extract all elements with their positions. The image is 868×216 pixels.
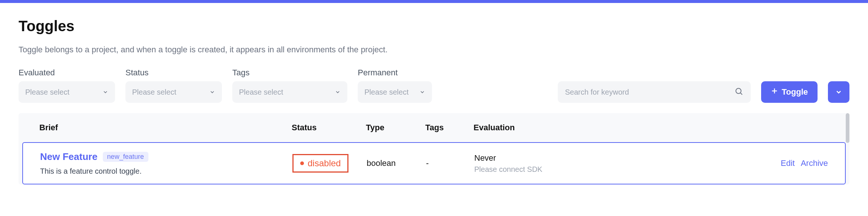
filter-bar: Evaluated Please select Status Please se… — [19, 68, 849, 103]
toggles-table: Brief Status Type Tags Evaluation New Fe… — [19, 113, 849, 184]
cell-status: disabled — [292, 154, 367, 173]
column-header-status: Status — [292, 123, 366, 132]
evaluation-subtitle: Please connect SDK — [474, 165, 704, 174]
search-input[interactable] — [565, 88, 734, 96]
filter-label-status: Status — [125, 68, 222, 78]
tags-select-placeholder: Please select — [239, 88, 283, 96]
chevron-down-icon — [102, 89, 108, 95]
chevron-down-icon — [335, 89, 341, 95]
top-accent-bar — [0, 0, 868, 3]
add-toggle-dropdown-button[interactable] — [828, 81, 849, 103]
status-badge: disabled — [292, 154, 348, 173]
chevron-down-icon — [209, 89, 215, 95]
page-container: Toggles Toggle belongs to a project, and… — [0, 3, 868, 184]
filter-label-permanent: Permanent — [358, 68, 432, 78]
evaluated-select-placeholder: Please select — [25, 88, 69, 96]
cell-evaluation: Never Please connect SDK — [474, 153, 704, 174]
permanent-select-placeholder: Please select — [364, 88, 409, 96]
edit-button[interactable]: Edit — [781, 158, 795, 168]
status-text: disabled — [308, 158, 341, 168]
cell-type: boolean — [367, 158, 426, 168]
column-header-brief: Brief — [39, 123, 292, 132]
table-row[interactable]: New Feature new_feature This is a featur… — [22, 142, 846, 184]
toggle-description: This is a feature control toggle. — [40, 167, 292, 176]
filter-group-status: Status Please select — [125, 68, 222, 103]
evaluation-title: Never — [474, 153, 704, 163]
toggle-key-badge: new_feature — [103, 152, 148, 162]
cell-actions: Edit Archive — [704, 158, 828, 168]
column-header-type: Type — [366, 123, 425, 132]
chevron-down-icon — [419, 89, 425, 95]
add-toggle-label: Toggle — [782, 87, 808, 97]
add-toggle-button[interactable]: Toggle — [761, 81, 818, 103]
search-icon — [734, 87, 743, 97]
status-select-placeholder: Please select — [132, 88, 176, 96]
search-box[interactable] — [558, 81, 751, 103]
evaluated-select[interactable]: Please select — [19, 81, 115, 103]
filter-label-evaluated: Evaluated — [19, 68, 115, 78]
plus-icon — [771, 87, 778, 97]
status-dot-icon — [300, 161, 304, 165]
column-header-eval: Evaluation — [474, 123, 704, 132]
brief-top: New Feature new_feature — [40, 151, 292, 163]
cell-tags: - — [426, 158, 474, 168]
svg-line-1 — [740, 93, 742, 95]
page-description: Toggle belongs to a project, and when a … — [19, 45, 849, 55]
page-title: Toggles — [19, 18, 849, 35]
tags-select[interactable]: Please select — [232, 81, 347, 103]
column-header-tags: Tags — [425, 123, 474, 132]
permanent-select[interactable]: Please select — [358, 81, 432, 103]
filter-group-tags: Tags Please select — [232, 68, 347, 103]
cell-brief: New Feature new_feature This is a featur… — [40, 151, 292, 176]
status-select[interactable]: Please select — [125, 81, 222, 103]
scrollbar-thumb[interactable] — [846, 113, 849, 143]
svg-point-0 — [736, 88, 741, 94]
filter-group-evaluated: Evaluated Please select — [19, 68, 115, 103]
toggle-name-link[interactable]: New Feature — [40, 151, 98, 163]
table-header-row: Brief Status Type Tags Evaluation — [19, 113, 849, 142]
filter-label-tags: Tags — [232, 68, 347, 78]
filter-group-permanent: Permanent Please select — [358, 68, 432, 103]
archive-button[interactable]: Archive — [801, 158, 828, 168]
